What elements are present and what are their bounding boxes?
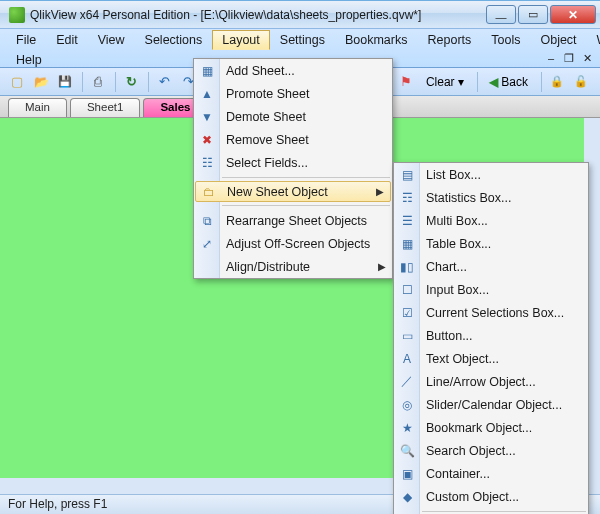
menu-list-box[interactable]: ▤List Box... <box>394 163 588 186</box>
menu-current-selections[interactable]: ☑Current Selections Box... <box>394 301 588 324</box>
statbox-icon: ☶ <box>398 191 416 205</box>
custom-icon: ◆ <box>398 490 416 504</box>
menu-new-sheet-object[interactable]: 🗀New Sheet Object▶ <box>195 181 391 202</box>
mdi-minimize-button[interactable]: – <box>544 51 558 65</box>
title-bar: QlikView x64 Personal Edition - [E:\Qlik… <box>0 0 600 28</box>
inputbox-icon: ☐ <box>398 283 416 297</box>
multibox-icon: ☰ <box>398 214 416 228</box>
minimize-button[interactable] <box>486 5 516 24</box>
menu-window[interactable]: Window <box>587 30 600 50</box>
close-button[interactable] <box>550 5 596 24</box>
menu-adjust-offscreen[interactable]: ⤢Adjust Off-Screen Objects <box>194 232 392 255</box>
menu-input-box[interactable]: ☐Input Box... <box>394 278 588 301</box>
clear-flag-icon <box>395 71 417 93</box>
maximize-button[interactable] <box>518 5 548 24</box>
menu-separator <box>222 205 390 206</box>
folder-icon: 🗀 <box>200 185 218 199</box>
menu-button[interactable]: ▭Button... <box>394 324 588 347</box>
menu-view[interactable]: View <box>88 30 135 50</box>
slider-icon: ◎ <box>398 398 416 412</box>
menu-settings[interactable]: Settings <box>270 30 335 50</box>
menu-bookmark-label: Bookmark Object... <box>426 421 532 435</box>
menu-cur-sel-label: Current Selections Box... <box>426 306 564 320</box>
rearrange-icon: ⧉ <box>198 214 216 228</box>
menu-table-box[interactable]: ▦Table Box... <box>394 232 588 255</box>
save-button[interactable] <box>54 71 76 93</box>
toolbar-separator <box>541 72 542 92</box>
menu-demote-label: Demote Sheet <box>226 110 306 124</box>
menu-container[interactable]: ▣Container... <box>394 462 588 485</box>
tab-sheet1[interactable]: Sheet1 <box>70 98 140 117</box>
adjust-icon: ⤢ <box>198 237 216 251</box>
menu-text-object[interactable]: AText Object... <box>394 347 588 370</box>
sheet-icon: ▦ <box>198 64 216 78</box>
app-icon <box>9 7 25 23</box>
unlock-button[interactable] <box>570 71 592 93</box>
button-icon: ▭ <box>398 329 416 343</box>
search-icon: 🔍 <box>398 444 416 458</box>
menu-file[interactable]: File <box>6 30 46 50</box>
new-file-button[interactable] <box>6 71 28 93</box>
back-label: Back <box>501 75 528 89</box>
submenu-arrow-icon: ▶ <box>378 261 386 272</box>
mdi-buttons: – ❐ ✕ <box>544 51 594 65</box>
menu-statistics-box[interactable]: ☶Statistics Box... <box>394 186 588 209</box>
window-title: QlikView x64 Personal Edition - [E:\Qlik… <box>30 8 484 22</box>
promote-icon: ▲ <box>198 87 216 101</box>
menu-tools[interactable]: Tools <box>481 30 530 50</box>
container-icon: ▣ <box>398 467 416 481</box>
reload-button[interactable] <box>120 71 142 93</box>
back-button[interactable]: ◀ Back <box>482 71 535 93</box>
menu-multi-box[interactable]: ☰Multi Box... <box>394 209 588 232</box>
menu-edit[interactable]: Edit <box>46 30 88 50</box>
back-arrow-icon: ◀ <box>489 75 498 89</box>
menu-layout[interactable]: Layout <box>212 30 270 50</box>
menu-demote-sheet[interactable]: ▼Demote Sheet <box>194 105 392 128</box>
menu-separator <box>222 177 390 178</box>
toolbar-separator <box>82 72 83 92</box>
menu-object[interactable]: Object <box>530 30 586 50</box>
menu-promote-sheet[interactable]: ▲Promote Sheet <box>194 82 392 105</box>
listbox-icon: ▤ <box>398 168 416 182</box>
menu-input-box-label: Input Box... <box>426 283 489 297</box>
undo-button[interactable] <box>153 71 175 93</box>
print-button[interactable] <box>87 71 109 93</box>
menu-rearrange[interactable]: ⧉Rearrange Sheet Objects <box>194 209 392 232</box>
menu-custom-object[interactable]: ◆Custom Object... <box>394 485 588 508</box>
new-sheet-object-submenu: ▤List Box... ☶Statistics Box... ☰Multi B… <box>393 162 589 514</box>
menu-reports[interactable]: Reports <box>418 30 482 50</box>
menu-line-arrow[interactable]: ／Line/Arrow Object... <box>394 370 588 393</box>
menu-chart[interactable]: ▮▯Chart... <box>394 255 588 278</box>
menu-chart-label: Chart... <box>426 260 467 274</box>
tab-main[interactable]: Main <box>8 98 67 117</box>
menu-table-box-label: Table Box... <box>426 237 491 251</box>
mdi-restore-button[interactable]: ❐ <box>562 51 576 65</box>
menu-promote-label: Promote Sheet <box>226 87 309 101</box>
menu-select-fields-label: Select Fields... <box>226 156 308 170</box>
window-buttons <box>484 5 596 24</box>
menu-bookmarks[interactable]: Bookmarks <box>335 30 418 50</box>
menu-search-object[interactable]: 🔍Search Object... <box>394 439 588 462</box>
chart-icon: ▮▯ <box>398 260 416 274</box>
menu-slider-calendar[interactable]: ◎Slider/Calendar Object... <box>394 393 588 416</box>
menu-selections[interactable]: Selections <box>135 30 213 50</box>
bookmark-icon: ★ <box>398 421 416 435</box>
menu-add-sheet[interactable]: ▦Add Sheet... <box>194 59 392 82</box>
menu-align-label: Align/Distribute <box>226 260 310 274</box>
menu-align-distribute[interactable]: Align/Distribute▶ <box>194 255 392 278</box>
clear-button[interactable]: Clear ▾ <box>419 71 471 93</box>
menu-button-label: Button... <box>426 329 473 343</box>
lock-button[interactable] <box>546 71 568 93</box>
open-file-button[interactable] <box>30 71 52 93</box>
toolbar-separator <box>148 72 149 92</box>
submenu-arrow-icon: ▶ <box>376 186 384 197</box>
menu-remove-label: Remove Sheet <box>226 133 309 147</box>
menu-text-obj-label: Text Object... <box>426 352 499 366</box>
menu-bookmark-object[interactable]: ★Bookmark Object... <box>394 416 588 439</box>
mdi-close-button[interactable]: ✕ <box>580 51 594 65</box>
menu-help[interactable]: Help <box>6 50 52 70</box>
menu-remove-sheet[interactable]: ✖Remove Sheet <box>194 128 392 151</box>
menu-container-label: Container... <box>426 467 490 481</box>
menu-select-fields[interactable]: ☷Select Fields... <box>194 151 392 174</box>
remove-icon: ✖ <box>198 133 216 147</box>
